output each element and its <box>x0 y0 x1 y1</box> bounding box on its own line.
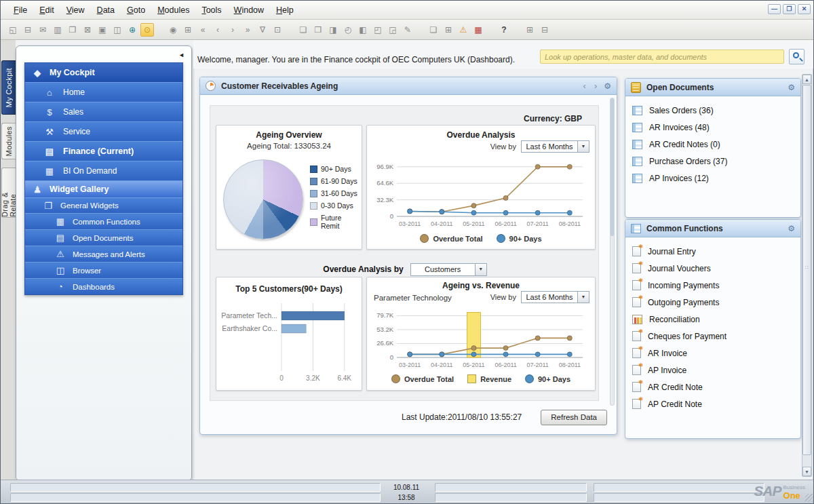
previous-record-icon[interactable]: ‹ <box>211 23 225 37</box>
find-icon[interactable]: ◉ <box>166 23 180 37</box>
sidebar-item-dashboards[interactable]: ◔Dashboards <box>25 278 182 294</box>
calendar-icon[interactable]: ▦ <box>471 23 485 37</box>
menu-data[interactable]: Data <box>91 3 121 17</box>
settings-export-icon[interactable]: ⊟ <box>538 23 551 37</box>
common-function-outgoing-payments[interactable]: Outgoing Payments <box>632 294 794 311</box>
filter-table-icon[interactable]: ∇ <box>256 23 269 37</box>
lock-screen-icon[interactable]: ⊙ <box>140 23 154 37</box>
common-function-journal-vouchers[interactable]: Journal Vouchers <box>632 260 794 277</box>
edit-icon[interactable]: ✎ <box>401 23 414 37</box>
search-button[interactable] <box>789 49 805 64</box>
print-icon[interactable]: ⊟ <box>21 23 35 37</box>
overdue-analysis-chart[interactable]: 032.3K64.6K96.9K03-201104-201105-201106-… <box>370 157 592 231</box>
gross-profit-icon[interactable]: ◴ <box>341 23 355 37</box>
transaction-journal-icon[interactable]: ◰ <box>371 23 385 37</box>
sidebar-item-messages-and-alerts[interactable]: ⚠Messages and Alerts <box>25 246 182 262</box>
open-doc-purchase-orders-37[interactable]: Purchase Orders (37) <box>632 153 794 170</box>
common-function-journal-entry[interactable]: Journal Entry <box>632 243 794 260</box>
ageing-pie-chart[interactable] <box>223 159 303 239</box>
ageing-vs-revenue-chart[interactable]: 026.6K53.2K79.7K03-201104-201105-201106-… <box>370 306 592 372</box>
sidebar-item-widget-gallery[interactable]: ♟Widget Gallery <box>25 180 182 197</box>
view-by-dropdown[interactable]: Last 6 Months ▼ <box>521 291 589 303</box>
previous-widget-icon[interactable]: ‹ <box>582 81 587 91</box>
sidebar-item-my-cockpit[interactable]: ◆My Cockpit <box>25 63 182 82</box>
attachment-icon[interactable]: ▥ <box>51 23 64 37</box>
launch-application-icon[interactable]: ⊕ <box>125 23 139 37</box>
sidebar-item-service[interactable]: ⚒Service <box>25 121 182 141</box>
vertical-scrollbar[interactable]: ▲ ∷ ▼ <box>802 74 812 477</box>
menu-file[interactable]: File <box>7 3 33 17</box>
refresh-data-button[interactable]: Refresh Data <box>541 410 607 425</box>
resize-grip[interactable] <box>805 494 813 502</box>
common-function-cheques-for-payment[interactable]: Cheques for Payment <box>632 328 794 345</box>
sidebar-item-bi-on-demand[interactable]: ▦BI On Demand <box>25 161 182 180</box>
search-input[interactable] <box>540 50 784 64</box>
sidebar-item-browser[interactable]: ◫Browser <box>25 262 182 278</box>
sort-table-icon[interactable]: ⊡ <box>271 23 284 37</box>
document-search-icon[interactable]: ◲ <box>386 23 400 37</box>
menu-modules[interactable]: Modules <box>151 3 195 17</box>
help-icon[interactable]: ? <box>497 23 511 37</box>
menu-help[interactable]: Help <box>270 3 300 17</box>
query-table-icon[interactable]: ⊞ <box>442 23 455 37</box>
export-word-icon[interactable]: ▣ <box>96 23 109 37</box>
target-document-icon[interactable]: ❒ <box>311 23 325 37</box>
open-doc-ap-invoices-12[interactable]: AP Invoices (12) <box>632 170 794 187</box>
common-function-ar-credit-note[interactable]: AR Credit Note <box>632 379 794 395</box>
open-doc-sales-orders-36[interactable]: Sales Orders (36) <box>632 102 794 119</box>
scroll-up-icon[interactable]: ▲ <box>802 75 811 84</box>
common-function-incoming-payments[interactable]: Incoming Payments <box>632 277 794 294</box>
scroll-down-icon[interactable]: ▼ <box>802 467 811 476</box>
side-tab-modules[interactable]: Modules <box>1 123 16 159</box>
scrollbar-thumb[interactable]: ∷ <box>802 85 811 455</box>
sidebar-item-finance-current[interactable]: ▤Finance (Current) <box>25 141 182 161</box>
menu-edit[interactable]: Edit <box>33 3 60 17</box>
restore-button[interactable]: ❐ <box>783 4 796 14</box>
sidebar-item-sales[interactable]: $Sales <box>25 102 182 121</box>
open-doc-ar-credit-notes-0[interactable]: AR Credit Notes (0) <box>632 136 794 153</box>
side-tab-drag-relate[interactable]: Drag & Relate <box>1 168 16 218</box>
base-document-icon[interactable]: ❏ <box>296 23 310 37</box>
export-pdf-icon[interactable]: ◫ <box>111 23 124 37</box>
sidebar-item-home[interactable]: ⌂Home <box>25 82 182 102</box>
dropdown-arrow-icon[interactable]: ▼ <box>578 140 589 153</box>
overdue-by-dropdown[interactable]: Customers ▼ <box>410 263 487 276</box>
first-record-icon[interactable]: « <box>196 23 210 37</box>
common-function-ap-invoice[interactable]: AP Invoice <box>632 362 794 379</box>
next-record-icon[interactable]: › <box>226 23 239 37</box>
next-widget-icon[interactable]: › <box>593 81 598 91</box>
add-record-icon[interactable]: ⊞ <box>181 23 195 37</box>
menu-tools[interactable]: Tools <box>195 3 227 17</box>
view-by-dropdown[interactable]: Last 6 Months ▼ <box>521 140 589 153</box>
volume-weight-icon[interactable]: ◧ <box>356 23 370 37</box>
widget-scrollbar[interactable] <box>610 98 615 406</box>
minimize-button[interactable]: — <box>768 4 781 14</box>
copy-special-icon[interactable]: ❐ <box>66 23 79 37</box>
document-edit-icon[interactable]: ❏ <box>427 23 440 37</box>
dropdown-arrow-icon[interactable]: ▼ <box>476 263 487 276</box>
send-message-icon[interactable]: ✉ <box>36 23 50 37</box>
dropdown-arrow-icon[interactable]: ▼ <box>578 291 589 303</box>
sidebar-item-common-functions[interactable]: ▦Common Functions <box>25 213 182 229</box>
wrench-icon[interactable]: ⚙ <box>788 224 795 233</box>
menu-goto[interactable]: Goto <box>121 3 151 17</box>
menu-view[interactable]: View <box>60 3 91 17</box>
common-function-reconciliation[interactable]: Reconciliation <box>632 311 794 328</box>
sidebar-collapse-icon[interactable]: ◄ <box>178 52 185 58</box>
wrench-icon[interactable]: ⚙ <box>788 83 795 92</box>
open-doc-ar-invoices-48[interactable]: AR Invoices (48) <box>632 119 794 136</box>
sidebar-item-general-widgets[interactable]: ❐General Widgets <box>25 197 182 213</box>
settings-import-icon[interactable]: ⊞ <box>523 23 537 37</box>
export-excel-icon[interactable]: ⊠ <box>81 23 94 37</box>
top5-bar-chart[interactable]: 03.2K6.4KParameter Tech...Earthshaker Co… <box>219 299 360 385</box>
sidebar-item-open-documents[interactable]: ▤Open Documents <box>25 229 182 246</box>
payment-means-icon[interactable]: ◨ <box>326 23 340 37</box>
last-record-icon[interactable]: » <box>241 23 254 37</box>
wrench-icon[interactable]: ⚙ <box>604 81 611 91</box>
close-button[interactable]: ✕ <box>798 4 811 14</box>
side-tab-my-cockpit[interactable]: My Cockpit <box>1 60 16 115</box>
common-function-ar-invoice[interactable]: AR Invoice <box>632 345 794 362</box>
menu-window[interactable]: Window <box>228 3 270 17</box>
print-preview-icon[interactable]: ◱ <box>6 23 20 37</box>
messages-alert-icon[interactable]: ⚠ <box>457 23 470 37</box>
